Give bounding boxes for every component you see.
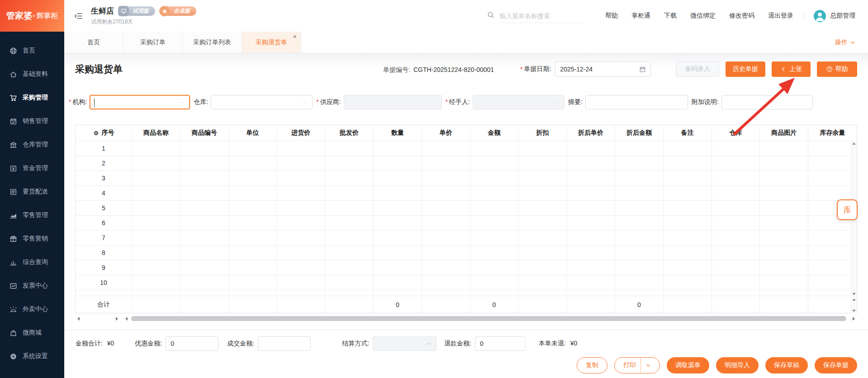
table-cell[interactable] [615, 156, 664, 171]
table-cell[interactable] [277, 201, 325, 216]
table-cell[interactable] [229, 275, 277, 290]
table-cell[interactable] [422, 186, 470, 201]
field-input[interactable] [585, 95, 688, 109]
table-cell[interactable] [132, 171, 180, 186]
sidebar-item[interactable]: 要货配送 [0, 180, 64, 203]
table-cell[interactable] [470, 275, 519, 290]
table-cell[interactable] [808, 275, 857, 290]
table-cell[interactable] [664, 171, 712, 186]
sidebar-item[interactable]: 发票中心 [0, 274, 64, 298]
sidebar-item[interactable]: 仓库管理 [0, 133, 64, 156]
table-cell[interactable] [518, 201, 567, 216]
scroll-right-icon[interactable] [116, 317, 118, 321]
settlement-select[interactable] [373, 336, 436, 351]
ellipsis-icon[interactable]: ··· [431, 99, 437, 105]
table-cell[interactable] [664, 275, 712, 290]
footer-button[interactable]: 打印 [614, 357, 660, 373]
field-input[interactable]: ··· [90, 95, 190, 109]
table-cell[interactable] [277, 275, 325, 290]
table-cell[interactable] [664, 156, 712, 171]
table-cell[interactable] [470, 171, 519, 186]
scroll-up-icon[interactable] [852, 298, 856, 301]
table-cell[interactable] [760, 201, 808, 216]
table-cell[interactable] [422, 231, 470, 246]
table-cell[interactable] [422, 141, 470, 156]
table-cell[interactable] [180, 275, 229, 290]
topbar-menu-item[interactable]: 帮助 [605, 12, 618, 20]
table-cell[interactable] [422, 201, 470, 216]
tab[interactable]: 采购订单列表 [183, 32, 242, 53]
table-cell[interactable] [567, 260, 615, 275]
table-cell[interactable] [808, 246, 857, 260]
table-cell[interactable] [470, 231, 519, 246]
table-cell[interactable] [664, 246, 712, 260]
table-cell[interactable] [567, 246, 615, 260]
table-cell[interactable] [518, 156, 567, 171]
table-cell[interactable] [229, 171, 277, 186]
table-cell[interactable] [229, 231, 277, 246]
header-button[interactable]: 历史单据 [726, 61, 765, 77]
table-cell[interactable] [808, 141, 857, 156]
table-cell[interactable] [664, 231, 712, 246]
refund-input[interactable] [475, 336, 526, 351]
table-cell[interactable] [180, 231, 229, 246]
table-cell[interactable] [712, 156, 760, 171]
tab[interactable]: 采购订单 [123, 32, 183, 53]
table-cell[interactable] [760, 141, 808, 156]
table-cell[interactable] [277, 260, 325, 275]
table-cell[interactable] [277, 231, 325, 246]
footer-button[interactable]: 保存单据 [815, 357, 857, 373]
table-cell[interactable] [808, 186, 857, 201]
table-cell[interactable] [422, 171, 470, 186]
scroll-down-icon[interactable] [852, 293, 856, 295]
table-cell[interactable] [567, 201, 615, 216]
table-cell[interactable] [664, 141, 712, 156]
table-cell[interactable] [374, 216, 422, 231]
table-cell[interactable] [374, 201, 422, 216]
table-cell[interactable] [422, 260, 470, 275]
sidebar-item[interactable]: 外卖中心 [0, 298, 64, 321]
table-cell[interactable] [325, 260, 374, 275]
table-cell[interactable] [760, 156, 808, 171]
scrollbar-thumb[interactable] [131, 316, 846, 321]
chevron-down-icon[interactable] [645, 363, 651, 368]
table-cell[interactable] [760, 231, 808, 246]
table-cell[interactable] [567, 141, 615, 156]
footer-button[interactable]: 复制 [577, 357, 607, 373]
sidebar-item[interactable]: 零售营销 [0, 227, 64, 250]
table-cell[interactable] [470, 216, 519, 231]
table-cell[interactable] [229, 260, 277, 275]
footer-button[interactable]: 明细导入 [716, 357, 759, 373]
table-cell[interactable] [518, 275, 567, 290]
table-cell[interactable] [422, 216, 470, 231]
table-cell[interactable] [470, 246, 519, 260]
horizontal-scrollbar[interactable] [123, 315, 857, 322]
topbar-menu-item[interactable]: 微信绑定 [690, 12, 716, 20]
table-cell[interactable] [808, 231, 857, 246]
table-cell[interactable] [325, 246, 374, 260]
sidebar-item[interactable]: 采购管理 [0, 86, 64, 109]
table-cell[interactable] [712, 216, 760, 231]
table-cell[interactable] [470, 141, 519, 156]
table-cell[interactable] [518, 141, 567, 156]
table-cell[interactable] [760, 171, 808, 186]
table-cell[interactable] [615, 260, 664, 275]
table-cell[interactable] [325, 231, 374, 246]
header-button[interactable]: 上张 [772, 61, 811, 77]
sidebar-item[interactable]: 首页 [0, 39, 64, 62]
table-cell[interactable] [615, 171, 664, 186]
table-cell[interactable] [712, 260, 760, 275]
table-cell[interactable] [229, 216, 277, 231]
table-cell[interactable] [229, 156, 277, 171]
table-cell[interactable] [132, 275, 180, 290]
table-cell[interactable] [325, 216, 374, 231]
table-cell[interactable] [518, 260, 567, 275]
table-cell[interactable] [567, 156, 615, 171]
table-cell[interactable] [808, 260, 857, 275]
footer-button[interactable]: 保存草稿 [765, 357, 808, 373]
ellipsis-icon[interactable]: ··· [178, 99, 185, 105]
scroll-left-icon[interactable] [125, 317, 128, 321]
doc-date-input[interactable]: 2025-12-24 [555, 61, 651, 77]
table-cell[interactable] [615, 186, 664, 201]
table-cell[interactable] [374, 246, 422, 260]
